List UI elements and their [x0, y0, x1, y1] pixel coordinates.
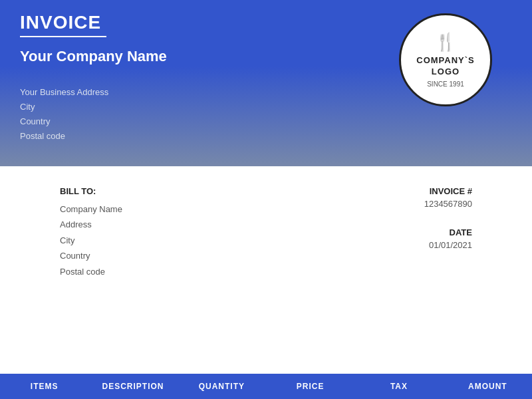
invoice-number-value: 1234567890 [424, 199, 472, 209]
bill-to-block: BILL TO: Company Name Address City Count… [60, 186, 424, 279]
logo-since: SINCE 1991 [427, 80, 464, 88]
col-amount: AMOUNT [444, 382, 532, 391]
page-wrapper: INVOICE Your Company Name Your Business … [0, 0, 532, 399]
content-section: BILL TO: Company Name Address City Count… [0, 166, 532, 293]
address-line3: Country [20, 114, 512, 129]
logo-icon: 🍴 [435, 32, 456, 53]
bill-country: Country [60, 248, 424, 263]
invoice-info-block: INVOICE # 1234567890 DATE 01/01/2021 [424, 186, 472, 250]
table-header: ITEMS DESCRIPTION QUANTITY PRICE TAX AMO… [0, 374, 532, 399]
logo-text: COMPANY`S LOGO [401, 55, 490, 78]
invoice-number-label: INVOICE # [424, 186, 472, 196]
title-underline [20, 36, 106, 37]
bill-city: City [60, 233, 424, 248]
bill-company-name: Company Name [60, 201, 424, 217]
col-price: PRICE [266, 382, 354, 391]
bill-to-info: Company Name Address City Country Postal… [60, 201, 424, 279]
address-line4: Postal code [20, 129, 512, 144]
bill-invoice-row: BILL TO: Company Name Address City Count… [60, 186, 472, 279]
bill-address: Address [60, 217, 424, 232]
bill-postal: Postal code [60, 264, 424, 279]
col-quantity: QUANTITY [178, 382, 266, 391]
date-value: 01/01/2021 [424, 240, 472, 250]
col-items: ITEMS [0, 382, 88, 391]
header-section: INVOICE Your Company Name Your Business … [0, 0, 532, 166]
col-description: DESCRIPTION [88, 382, 177, 391]
bill-to-label: BILL TO: [60, 186, 424, 196]
col-tax: TAX [354, 382, 443, 391]
date-label: DATE [424, 227, 472, 237]
company-logo: 🍴 COMPANY`S LOGO SINCE 1991 [399, 13, 492, 106]
